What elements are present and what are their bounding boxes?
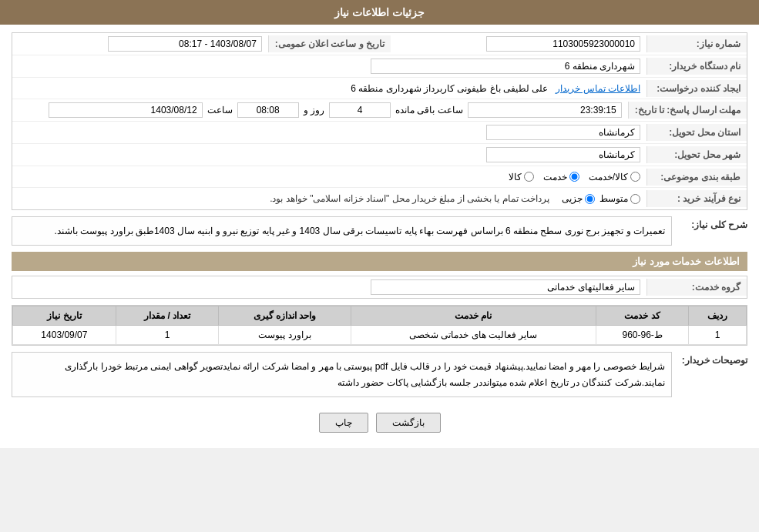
cell-tedad: 1: [116, 326, 219, 345]
radio-kala-khadamat-item: کالا/خدمت: [589, 172, 640, 182]
shomara-value: 1103005923000010: [486, 36, 640, 52]
baqi-value: 23:39:15: [468, 102, 622, 118]
radio-kala-khadamat-label: کالا/خدمت: [589, 172, 628, 182]
page-header: جزئیات اطلاعات نیاز: [0, 0, 759, 25]
radio-motavasit-item: متوسط: [599, 193, 640, 204]
saat-value: 08:08: [237, 102, 299, 118]
ostan-label: استان محل تحویل:: [646, 124, 747, 141]
shahr-value-cell: کرمانشاه: [12, 144, 646, 166]
ijad-value: علی لطیفی باغ طیفونی کاربرداز شهرداری من…: [351, 83, 548, 94]
chap-button[interactable]: چاپ: [319, 413, 368, 433]
ostan-value: کرمانشاه: [486, 125, 640, 140]
rooz-value: 4: [329, 102, 391, 118]
radio-jozii-item: جزیی: [562, 193, 595, 204]
cell-radif: 1: [689, 326, 747, 345]
nooe-inline: متوسط جزیی پرداخت تمام یا بخشی از مبلغ خ…: [18, 193, 640, 204]
mohlet-inline: 23:39:15 ساعت باقی مانده 4 روز و 08:08 س…: [18, 102, 622, 118]
row-mohlet: مهلت ارسال پاسخ: تا تاریخ: 23:39:15 ساعت…: [12, 99, 747, 122]
shomara-label: شماره نیاز:: [646, 35, 747, 52]
col-kod: کد خدمت: [596, 306, 688, 326]
sharh-section: شرح کلی نیاز: تعمیرات و تجهیز برج نوری س…: [12, 216, 747, 246]
cell-vahed: براورد پیوست: [219, 326, 351, 345]
baqi-label: ساعت باقی مانده: [395, 105, 463, 115]
dastgah-value-cell: شهرداری منطقه 6: [12, 55, 646, 77]
saat-label: ساعت: [207, 105, 233, 115]
button-row: بازگشت چاپ: [12, 405, 747, 440]
radio-jozii-label: جزیی: [562, 193, 583, 204]
row-ostan: استان محل تحویل: کرمانشاه: [12, 122, 747, 144]
table-header: ردیف کد خدمت نام خدمت واحد اندازه گیری ت…: [13, 306, 747, 326]
table-row: 1 ط-96-960 سایر فعالیت های خدماتی شخصی ب…: [13, 326, 747, 345]
gorooh-label: گروه خدمت:: [646, 279, 747, 296]
gorooh-value-cell: سایر فعالیتهای خدماتی: [12, 276, 646, 298]
mohlet-value-cell: 23:39:15 ساعت باقی مانده 4 روز و 08:08 س…: [12, 99, 628, 121]
page-title: جزئیات اطلاعات نیاز: [334, 6, 425, 18]
row-ijad: ایجاد کننده درخواست: اطلاعات تماس خریدار…: [12, 78, 747, 99]
sharh-label: شرح کلی نیاز:: [678, 216, 747, 246]
tabaqe-label: طبقه بندی موضوعی:: [646, 169, 747, 186]
table-header-row: ردیف کد خدمت نام خدمت واحد اندازه گیری ت…: [13, 306, 747, 326]
table-body: 1 ط-96-960 سایر فعالیت های خدماتی شخصی ب…: [13, 326, 747, 345]
gorooh-section: گروه خدمت: سایر فعالیتهای خدماتی: [12, 276, 747, 299]
row-tabaqe: طبقه بندی موضوعی: کالا/خدمت خدمت: [12, 166, 747, 188]
tabaqe-value-cell: کالا/خدمت خدمت کالا: [12, 169, 646, 186]
toseeh-label: توصیحات خریدار:: [678, 352, 747, 397]
services-table-container: ردیف کد خدمت نام خدمت واحد اندازه گیری ت…: [12, 305, 747, 346]
services-table: ردیف کد خدمت نام خدمت واحد اندازه گیری ت…: [12, 306, 747, 345]
ijad-label: ایجاد کننده درخواست:: [646, 80, 747, 97]
row-dastgah: نام دستگاه خریدار: شهرداری منطقه 6: [12, 55, 747, 78]
tabaqe-radio-group: کالا/خدمت خدمت کالا: [18, 172, 640, 182]
cell-kod: ط-96-960: [596, 326, 688, 345]
content-area: شماره نیاز: 1103005923000010 تاریخ و ساع…: [0, 25, 759, 448]
mohlet-label: مهلت ارسال پاسخ: تا تاریخ:: [628, 102, 747, 119]
radio-khadamat[interactable]: [569, 172, 579, 182]
col-naam: نام خدمت: [351, 306, 596, 326]
toseeh-value: شرایط خصوصی را مهر و امضا نمایید.پیشنهاد…: [12, 352, 672, 397]
ostan-value-cell: کرمانشاه: [12, 122, 646, 143]
radio-kala[interactable]: [524, 172, 534, 182]
ijad-link[interactable]: اطلاعات تماس خریدار: [556, 83, 640, 94]
tarikh-value-cell: 1403/08/07 - 08:17: [12, 33, 268, 55]
cell-naam: سایر فعالیت های خدماتی شخصی: [351, 326, 596, 345]
radio-motavasit[interactable]: [630, 194, 640, 204]
khadamat-section-header: اطلاعات خدمات مورد نیاز: [12, 252, 747, 271]
radio-kala-item: کالا: [509, 172, 534, 182]
main-form-section: شماره نیاز: 1103005923000010 تاریخ و ساع…: [12, 32, 747, 210]
cell-tarikh: 1403/09/07: [13, 326, 116, 345]
row-nooe: نوع فرآیند خرید : متوسط جزیی پرداخت تمام…: [12, 188, 747, 209]
radio-khadamat-item: خدمت: [543, 172, 579, 182]
bazgasht-button[interactable]: بازگشت: [376, 413, 441, 433]
col-tedad: تعداد / مقدار: [116, 306, 219, 326]
gorooh-value: سایر فعالیتهای خدماتی: [371, 279, 640, 295]
dastgah-label: نام دستگاه خریدار:: [646, 58, 747, 75]
radio-khadamat-label: خدمت: [543, 172, 567, 182]
row-shomara: شماره نیاز: 1103005923000010 تاریخ و ساع…: [12, 33, 747, 55]
radio-jozii[interactable]: [585, 194, 595, 204]
nooe-value-cell: متوسط جزیی پرداخت تمام یا بخشی از مبلغ خ…: [12, 190, 646, 207]
shahr-value: کرمانشاه: [486, 147, 640, 162]
page-container: جزئیات اطلاعات نیاز شماره نیاز: 11030059…: [0, 0, 759, 448]
radio-kala-khadamat[interactable]: [630, 172, 640, 182]
date-value: 1403/08/12: [49, 102, 203, 118]
col-vahed: واحد اندازه گیری: [219, 306, 351, 326]
row-gorooh: گروه خدمت: سایر فعالیتهای خدماتی: [12, 276, 747, 298]
col-radif: ردیف: [689, 306, 747, 326]
shomara-value-cell: 1103005923000010: [391, 33, 646, 55]
nooe-desc: پرداخت تمام یا بخشی از مبلغ خریدار محل "…: [270, 193, 549, 204]
nooe-label: نوع فرآیند خرید :: [646, 190, 747, 207]
col-tarikh: تاریخ نیاز: [13, 306, 116, 326]
tarikh-value: 1403/08/07 - 08:17: [108, 36, 262, 52]
dastgah-value: شهرداری منطقه 6: [371, 59, 640, 74]
radio-motavasit-label: متوسط: [599, 193, 628, 204]
row-shahr: شهر محل تحویل: کرمانشاه: [12, 144, 747, 166]
tarikh-label: تاریخ و ساعت اعلان عمومی:: [268, 35, 391, 52]
radio-kala-label: کالا: [509, 172, 522, 182]
toseeh-section: توصیحات خریدار: شرایط خصوصی را مهر و امض…: [12, 352, 747, 397]
sharh-value: تعمیرات و تجهیز برج نوری سطح منطقه 6 برا…: [12, 216, 672, 246]
ijad-value-cell: اطلاعات تماس خریدار علی لطیفی باغ طیفونی…: [12, 80, 646, 97]
shahr-label: شهر محل تحویل:: [646, 146, 747, 163]
rooz-label: روز و: [304, 105, 324, 115]
